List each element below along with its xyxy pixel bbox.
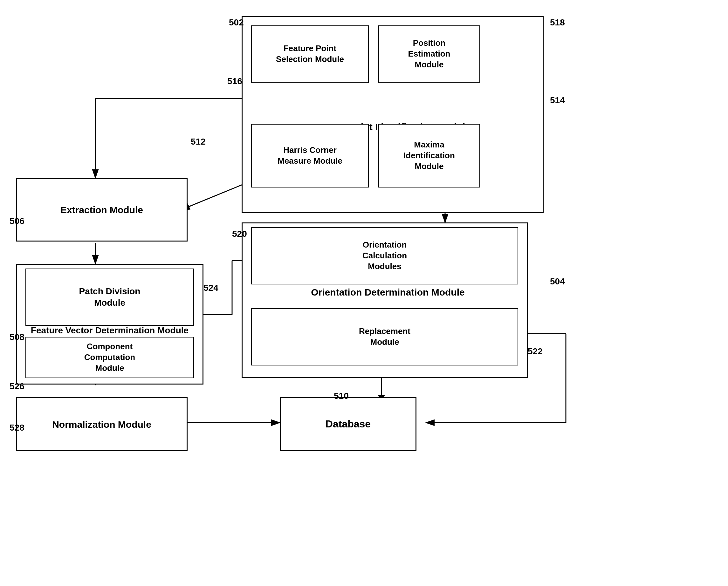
ref-528: 528 (9, 423, 24, 433)
replacement-module-box: Replacement Module (251, 308, 518, 366)
ref-514: 514 (550, 95, 565, 106)
diagram-container: Feature Point Identification Module Feat… (0, 0, 728, 586)
position-estimation-box: Position Estimation Module (378, 25, 480, 83)
harris-corner-box: Harris Corner Measure Module (251, 124, 369, 187)
ref-506: 506 (9, 216, 24, 226)
normalization-module-box: Normalization Module (16, 397, 187, 451)
ref-504: 504 (550, 276, 565, 287)
orientation-calculation-box: Orientation Calculation Modules (251, 227, 518, 285)
ref-512: 512 (191, 137, 206, 147)
extraction-module-box: Extraction Module (16, 178, 187, 241)
feature-point-selection-box: Feature Point Selection Module (251, 25, 369, 83)
orientation-determination-label: Orientation Determination Module (254, 286, 521, 298)
feature-vector-label: Feature Vector Determination Module (19, 325, 200, 336)
maxima-identification-box: Maxima Identification Module (378, 124, 480, 187)
ref-518: 518 (550, 18, 565, 28)
ref-522: 522 (528, 346, 543, 356)
ref-508: 508 (9, 332, 24, 342)
ref-502: 502 (229, 18, 244, 28)
patch-division-box: Patch Division Module (25, 269, 194, 326)
component-computation-box: Component Computation Module (25, 337, 194, 378)
ref-516: 516 (227, 76, 242, 86)
ref-510: 510 (334, 391, 349, 401)
database-box: Database (280, 397, 416, 451)
ref-524: 524 (204, 283, 218, 293)
ref-520: 520 (232, 229, 247, 239)
ref-526: 526 (9, 381, 24, 392)
